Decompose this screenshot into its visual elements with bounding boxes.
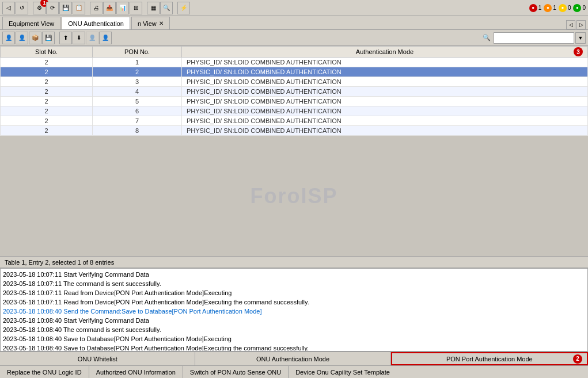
btn-download[interactable]: ⬇ [73,32,85,44]
bottom-tab-whitelist[interactable]: ONU Whitelist [0,352,195,365]
tab-main-view-close[interactable]: ✕ [159,20,164,26]
bottom-nav-tab-device-label: Device Onu Capility Set Template [295,369,390,376]
status-indicators: ● 1 ● 1 ● 0 ● 0 [529,4,586,12]
content-area: Slot No. PON No. Authentication Mode 3 2… [0,46,588,365]
badge-3: 3 [574,47,583,56]
main-table: Slot No. PON No. Authentication Mode 3 2… [0,46,588,136]
bottom-tab-onu-auth[interactable]: ONU Authentication Mode [195,352,390,365]
table-row[interactable]: 28PHYSIC_ID/ SN:LOID COMBINED AUTHENTICA… [1,126,588,136]
log-line: 2023-05-18 10:07:11 Read from Device[PON… [3,288,585,297]
toolbar-btn-print[interactable]: 🖨 [90,2,103,14]
cell-slot: 2 [1,77,93,87]
col-auth: Authentication Mode 3 [182,47,588,58]
btn-person2[interactable]: 👤 [16,32,28,44]
log-line: 2023-05-18 10:08:40 Save to Database[PON… [3,334,585,343]
table-row[interactable]: 26PHYSIC_ID/ SN:LOID COMBINED AUTHENTICA… [1,106,588,116]
cell-auth: PHYSIC_ID/ SN:LOID COMBINED AUTHENTICATI… [182,126,588,136]
cell-auth: PHYSIC_ID/ SN:LOID COMBINED AUTHENTICATI… [182,87,588,97]
cell-slot: 2 [1,106,93,116]
tab-main-view[interactable]: n View ✕ [131,17,170,29]
tab-equipment[interactable]: Equipment View [2,17,60,29]
search-icon[interactable]: 🔍 [481,32,492,44]
status-bar: Table 1, Entry 2, selected 1 of 8 entrie… [0,256,588,268]
tab-equipment-label: Equipment View [9,20,54,27]
tab-bar: Equipment View ONU Authentication n View… [0,16,588,30]
cell-auth: PHYSIC_ID/ SN:LOID COMBINED AUTHENTICATI… [182,97,588,106]
log-line: 2023-05-18 10:08:40 Save to Database[PON… [3,343,585,352]
table-row[interactable]: 25PHYSIC_ID/ SN:LOID COMBINED AUTHENTICA… [1,97,588,106]
toolbar-btn-refresh[interactable]: ↺ [16,2,28,14]
tab-nav-right[interactable]: ▷ [576,20,586,29]
tab-nav-left[interactable]: ◁ [566,20,575,29]
toolbar-btn-search2[interactable]: 🔍 [160,2,173,14]
toolbar-btn-config[interactable]: ⚙ 1 [33,2,45,14]
status-bar-text: Table 1, Entry 2, selected 1 of 8 entrie… [5,259,114,266]
cell-pon: 1 [93,58,182,67]
toolbar-btn-report[interactable]: 📋 [73,2,85,14]
bottom-tab-pon-port-label: PON Port Authentication Mode [446,356,533,362]
watermark: ForoISP [250,184,337,208]
col-pon: PON No. [93,47,182,58]
bottom-nav-tab-switch[interactable]: Switch of PON Auto Sense ONU [183,366,289,378]
table-row[interactable]: 24PHYSIC_ID/ SN:LOID COMBINED AUTHENTICA… [1,87,588,97]
toolbar-group-4: ▦ 🔍 [147,2,173,14]
cell-pon: 6 [93,106,182,116]
bottom-nav-tab-device[interactable]: Device Onu Capility Set Template [289,366,397,378]
btn-upload[interactable]: ⬆ [59,32,72,44]
log-line: 2023-05-18 10:07:11 Read from Device[PON… [3,297,585,307]
toolbar-btn-sync[interactable]: ⟳ [46,2,59,14]
search-area: 🔍 ▼ [481,32,586,44]
dot-orange: ● [544,4,552,12]
cell-pon: 4 [93,87,182,97]
cell-pon: 5 [93,97,182,106]
btn-person3[interactable]: 👤 [86,32,98,44]
toolbar-group-3: 🖨 📤 📊 ⊞ [90,2,142,14]
cell-auth: PHYSIC_ID/ SN:LOID COMBINED AUTHENTICATI… [182,77,588,87]
table-row[interactable]: 23PHYSIC_ID/ SN:LOID COMBINED AUTHENTICA… [1,77,588,87]
toolbar-btn-misc[interactable]: ⚡ [177,2,190,14]
bottom-nav-tab-authorized[interactable]: Authorized ONU Information [89,366,183,378]
toolbar-group-2: ⚙ 1 ⟳ 💾 📋 [33,2,85,14]
tab-onu-auth[interactable]: ONU Authentication [62,17,130,29]
cell-auth: PHYSIC_ID/ SN:LOID COMBINED AUTHENTICATI… [182,67,588,77]
btn-box[interactable]: 📦 [29,32,41,44]
toolbar-group-1: ◁ ↺ [2,2,28,14]
toolbar-btn-filter[interactable]: ▦ [147,2,160,14]
log-line: 2023-05-18 10:08:40 Send the Command:Sav… [3,307,585,316]
cell-auth: PHYSIC_ID/ SN:LOID COMBINED AUTHENTICATI… [182,106,588,116]
toolbar-btn-back[interactable]: ◁ [2,2,15,14]
tab-onu-auth-label: ONU Authentication [68,20,124,27]
status-green: ● 0 [573,4,586,12]
log-section: 2023-05-18 10:07:11 Start Verifying Comm… [0,268,588,365]
btn-person[interactable]: 👤 [2,32,15,44]
log-area[interactable]: 2023-05-18 10:07:11 Start Verifying Comm… [0,268,588,352]
cell-slot: 2 [1,97,93,106]
table-row[interactable]: 21PHYSIC_ID/ SN:LOID COMBINED AUTHENTICA… [1,58,588,67]
table-row[interactable]: 22PHYSIC_ID/ SN:LOID COMBINED AUTHENTICA… [1,67,588,77]
cell-slot: 2 [1,58,93,67]
cell-auth: PHYSIC_ID/ SN:LOID COMBINED AUTHENTICATI… [182,58,588,67]
bottom-nav-tab-authorized-label: Authorized ONU Information [96,369,176,376]
toolbar-btn-export[interactable]: 📤 [103,2,116,14]
log-line: 2023-05-18 10:08:40 The command is sent … [3,325,585,334]
status-red: ● 1 [529,4,542,12]
table-row[interactable]: 27PHYSIC_ID/ SN:LOID COMBINED AUTHENTICA… [1,116,588,126]
status-orange: ● 1 [544,4,556,12]
cell-pon: 2 [93,67,182,77]
cell-pon: 3 [93,77,182,87]
log-line: 2023-05-18 10:07:11 Start Verifying Comm… [3,270,585,279]
btn-person4[interactable]: 👤 [99,32,112,44]
toolbar-btn-save-db[interactable]: 💾 [59,2,72,14]
bottom-tab-pon-port[interactable]: PON Port Authentication Mode 2 [391,352,588,365]
cell-pon: 7 [93,116,182,126]
watermark-area: ForoISP [0,136,588,256]
toolbar-btn-chart[interactable]: 📊 [116,2,129,14]
cell-slot: 2 [1,87,93,97]
search-dropdown[interactable]: ▼ [575,32,586,44]
search-input[interactable] [494,32,574,44]
cell-slot: 2 [1,126,93,136]
toolbar-btn-table[interactable]: ⊞ [130,2,142,14]
status-orange-val: 1 [553,5,556,11]
btn-save2[interactable]: 💾 [42,32,55,44]
bottom-nav-tab-replace[interactable]: Replace the ONU Logic ID [0,366,89,378]
